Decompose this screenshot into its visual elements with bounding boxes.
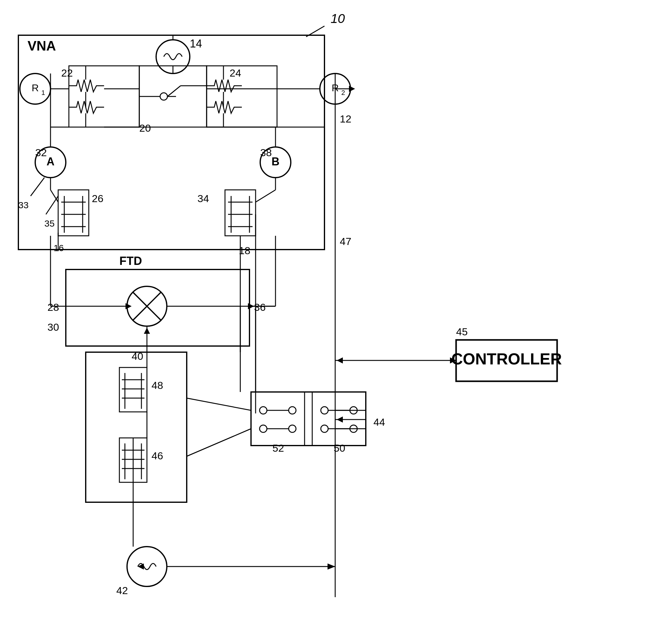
- svg-rect-0: [0, 0, 667, 644]
- ref-10-label: 10: [330, 11, 345, 26]
- label-30: 30: [47, 321, 59, 333]
- label-35: 35: [44, 218, 54, 228]
- label-45: 45: [456, 326, 468, 337]
- label-20: 20: [139, 122, 151, 134]
- label-26: 26: [92, 193, 103, 204]
- label-28: 28: [47, 301, 59, 313]
- label-38: 38: [260, 147, 272, 158]
- label-34: 34: [197, 193, 209, 204]
- r1-sub: 1: [41, 89, 45, 96]
- label-24: 24: [230, 67, 241, 79]
- controller-label: CONTROLLER: [451, 350, 562, 368]
- label-22: 22: [61, 67, 73, 79]
- label-14: 14: [190, 37, 202, 50]
- label-33: 33: [18, 200, 29, 210]
- r1-label: R: [32, 82, 38, 93]
- a-label: A: [47, 155, 54, 168]
- label-12: 12: [340, 113, 352, 125]
- ftd-label: FTD: [119, 255, 142, 267]
- label-42: 42: [116, 584, 128, 596]
- label-44: 44: [373, 416, 385, 428]
- vna-label: VNA: [28, 38, 56, 53]
- label-47: 47: [340, 236, 352, 247]
- label-52: 52: [273, 442, 284, 454]
- label-32: 32: [35, 147, 47, 158]
- b-label: B: [272, 155, 279, 168]
- label-46: 46: [151, 450, 163, 462]
- r2-sub: 2: [341, 89, 345, 96]
- label-50: 50: [334, 442, 345, 454]
- label-48: 48: [151, 380, 163, 391]
- label-16: 16: [53, 243, 64, 253]
